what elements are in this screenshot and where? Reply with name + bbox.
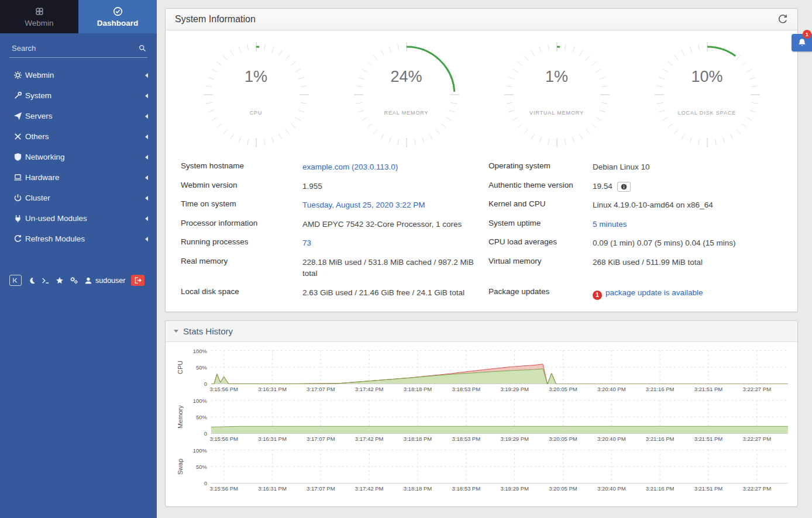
info-value-time-on-system: Tuesday, August 25, 2020 3:22 PM xyxy=(302,199,488,211)
sidebar-item-label: Refresh Modules xyxy=(25,234,145,243)
refresh-button[interactable] xyxy=(777,14,788,25)
settings-button[interactable] xyxy=(70,276,78,285)
sidebar-item-un-used-modules[interactable]: Un-used Modules xyxy=(0,208,157,229)
drive-icon xyxy=(10,173,25,182)
sidebar-item-system[interactable]: System xyxy=(0,85,157,106)
info-label-processor-information: Processor information xyxy=(181,219,302,227)
chart-plot xyxy=(211,450,788,484)
info-label-system-uptime: System uptime xyxy=(488,219,593,227)
info-icon[interactable] xyxy=(617,182,631,192)
sidebar-item-networking[interactable]: Networking xyxy=(0,147,157,167)
search-icon[interactable] xyxy=(139,44,146,52)
sidebar-search xyxy=(9,39,147,58)
tab-dashboard[interactable]: Dashboard xyxy=(78,0,157,33)
system-information-panel: System Information 1%CPU24%REAL MEMORY1%… xyxy=(165,8,798,312)
x-tick-label: 3:18:18 PM xyxy=(404,386,432,392)
info-label-virtual-memory: Virtual memory xyxy=(488,257,593,265)
tab-webmin-label: Webmin xyxy=(25,19,53,27)
tab-webmin[interactable]: Webmin xyxy=(0,0,78,33)
info-link[interactable]: example.com (203.0.113.0) xyxy=(302,163,398,171)
y-axis-labels: 100%50%0 xyxy=(187,400,211,434)
x-tick-label: 3:21:51 PM xyxy=(694,386,723,392)
terminal-button[interactable] xyxy=(42,277,50,285)
collapse-sidebar-button[interactable] xyxy=(9,275,22,286)
info-link[interactable]: package update is available xyxy=(605,288,703,297)
info-text: 0.09 (1 min) 0.07 (5 mins) 0.04 (15 mins… xyxy=(593,239,736,247)
logout-button[interactable] xyxy=(131,275,144,286)
y-tick-label: 100% xyxy=(193,397,207,403)
plane-icon xyxy=(10,112,25,120)
x-tick-label: 3:22:27 PM xyxy=(742,386,771,392)
search-input[interactable] xyxy=(11,43,139,53)
info-label-operating-system: Operating system xyxy=(488,161,593,170)
info-value-processor-information: AMD EPYC 7542 32-Core Processor, 1 cores xyxy=(302,219,488,230)
info-label-system-hostname: System hostname xyxy=(181,161,302,170)
favorites-button[interactable] xyxy=(56,277,64,285)
info-value-authentic-theme-version: 19.54 xyxy=(593,181,782,192)
sidebar-item-label: Webmin xyxy=(25,71,145,80)
info-value-webmin-version: 1.955 xyxy=(302,181,488,192)
gauge-value: 1% xyxy=(204,68,309,86)
dashboard-check-icon xyxy=(113,6,123,16)
gauge-local-disk-space: 10%LOCAL DISK SPACE xyxy=(655,42,760,147)
x-tick-label: 3:21:16 PM xyxy=(646,386,675,392)
sidebar-item-webmin[interactable]: Webmin xyxy=(0,65,157,85)
sidebar-item-label: Servers xyxy=(25,112,145,120)
collapse-caret-icon xyxy=(145,216,148,221)
sidebar-item-servers[interactable]: Servers xyxy=(0,106,157,126)
sidebar-item-refresh-modules[interactable]: Refresh Modules xyxy=(0,229,157,249)
gauge-cpu: 1%CPU xyxy=(204,42,309,147)
y-tick-label: 0 xyxy=(204,479,207,486)
x-tick-label: 3:20:40 PM xyxy=(597,485,626,492)
logout-icon xyxy=(134,277,142,284)
x-tick-label: 3:22:27 PM xyxy=(742,485,771,492)
sidebar: Webmin Dashboard WebminSystemServersOthe… xyxy=(0,0,157,518)
x-tick-label: 3:15:56 PM xyxy=(209,485,238,492)
sidebar-toolbar: sudouser xyxy=(9,275,157,286)
chart-memory: Memory100%50%03:15:56 PM3:16:31 PM3:17:0… xyxy=(174,400,788,444)
gauges-row: 1%CPU24%REAL MEMORY1%VIRTUAL MEMORY10%LO… xyxy=(181,42,782,147)
sidebar-item-hardware[interactable]: Hardware xyxy=(0,167,157,188)
system-information-body: 1%CPU24%REAL MEMORY1%VIRTUAL MEMORY10%LO… xyxy=(166,30,797,312)
info-value-virtual-memory: 268 KiB used / 511.99 MiB total xyxy=(593,257,782,268)
notifications-button[interactable]: 1 xyxy=(792,34,812,51)
info-label-webmin-version: Webmin version xyxy=(181,181,302,189)
x-tick-label: 3:18:53 PM xyxy=(452,436,481,442)
tab-dashboard-label: Dashboard xyxy=(97,19,139,27)
night-mode-button[interactable] xyxy=(27,277,36,285)
collapse-caret-icon xyxy=(145,134,148,139)
system-information-header: System Information xyxy=(166,9,797,30)
x-tick-label: 3:20:05 PM xyxy=(549,386,577,392)
x-tick-label: 3:18:53 PM xyxy=(452,386,481,392)
chart-axis-title: CPU xyxy=(174,350,187,384)
chart-axis-title: Swap xyxy=(174,450,187,484)
info-value-real-memory: 228.18 MiB used / 531.8 MiB cached / 987… xyxy=(302,257,488,279)
sidebar-item-others[interactable]: Others xyxy=(0,126,157,147)
info-text: 268 KiB used / 511.99 MiB total xyxy=(593,258,703,267)
terminal-icon xyxy=(42,277,50,285)
sidebar-item-label: Networking xyxy=(25,153,145,161)
stats-history-header[interactable]: Stats History xyxy=(166,321,797,342)
collapse-caret-icon xyxy=(145,114,148,119)
plug-icon xyxy=(10,214,25,223)
x-axis-labels: 3:15:56 PM3:16:31 PM3:17:07 PM3:17:42 PM… xyxy=(211,384,788,394)
info-value-kernel-and-cpu: Linux 4.19.0-10-amd64 on x86_64 xyxy=(593,199,782,211)
y-tick-label: 50% xyxy=(196,364,207,370)
gauge-label: LOCAL DISK SPACE xyxy=(655,110,760,116)
sidebar-tabs: Webmin Dashboard xyxy=(0,0,157,33)
x-tick-label: 3:18:18 PM xyxy=(404,436,432,442)
x-tick-label: 3:21:16 PM xyxy=(646,436,675,442)
info-link[interactable]: 73 xyxy=(302,239,311,247)
chart-main: 100%50%03:15:56 PM3:16:31 PM3:17:07 PM3:… xyxy=(187,350,788,394)
info-link[interactable]: Tuesday, August 25, 2020 3:22 PM xyxy=(302,201,425,209)
info-text: AMD EPYC 7542 32-Core Processor, 1 cores xyxy=(302,220,462,229)
gauge-dial-icon xyxy=(354,42,459,147)
caret-down-icon xyxy=(174,330,178,333)
y-axis-labels: 100%50%0 xyxy=(187,450,211,484)
x-tick-label: 3:21:16 PM xyxy=(646,485,675,492)
info-link[interactable]: 5 minutes xyxy=(593,220,627,229)
gauge-value: 10% xyxy=(655,68,760,86)
sidebar-item-cluster[interactable]: Cluster xyxy=(0,188,157,208)
user-menu[interactable]: sudouser xyxy=(84,277,125,285)
y-tick-label: 0 xyxy=(204,380,207,386)
